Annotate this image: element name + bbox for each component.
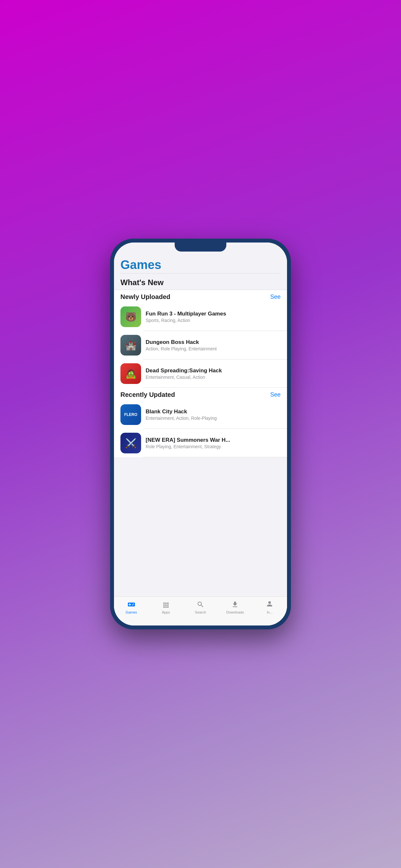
search-tab-label: Search — [195, 610, 206, 614]
recently-updated-title: Recently Updated — [120, 391, 175, 399]
newly-uploaded-title: Newly Uploaded — [120, 293, 170, 301]
page-title: Games — [120, 258, 281, 272]
info-icon — [265, 600, 274, 609]
tab-downloads[interactable]: Downloads — [218, 600, 252, 614]
newly-uploaded-see[interactable]: See — [270, 293, 281, 300]
newly-uploaded-list: 🐻 Fun Run 3 - Multiplayer Games Sports, … — [114, 303, 287, 388]
phone-frame: Games What's New Newly Uploaded See 🐻 — [110, 239, 291, 629]
page-header: Games — [114, 255, 287, 273]
downloads-tab-label: Downloads — [226, 610, 244, 614]
app-info: Blank City Hack Entertainment, Action, R… — [146, 408, 281, 421]
app-info: Fun Run 3 - Multiplayer Games Sports, Ra… — [146, 311, 281, 323]
screen-content: Games What's New Newly Uploaded See 🐻 — [114, 255, 287, 625]
downloads-icon — [230, 600, 240, 609]
list-item[interactable]: 🏰 Dungeon Boss Hack Action, Role Playing… — [114, 331, 287, 360]
tab-search[interactable]: Search — [183, 600, 218, 614]
app-name: Dead Spreading:Saving Hack — [146, 368, 281, 374]
app-categories: Entertainment, Action, Role-Playing — [146, 415, 281, 421]
app-info: [NEW ERA] Summoners War H... Role Playin… — [146, 437, 281, 449]
whats-new-title: What's New — [120, 278, 281, 287]
app-name: [NEW ERA] Summoners War H... — [146, 437, 281, 443]
app-info: Dungeon Boss Hack Action, Role Playing, … — [146, 339, 281, 351]
recently-updated-header: Recently Updated See — [114, 388, 287, 400]
games-tab-label: Games — [126, 610, 137, 614]
list-item[interactable]: 🧟 Dead Spreading:Saving Hack Entertainme… — [114, 360, 287, 388]
app-name: Fun Run 3 - Multiplayer Games — [146, 311, 281, 317]
recently-updated-list: FLERO Blank City Hack Entertainment, Act… — [114, 400, 287, 457]
tab-games[interactable]: Games — [114, 600, 149, 614]
whats-new-section: What's New — [114, 274, 287, 290]
app-icon-dungeon: 🏰 — [120, 335, 141, 355]
app-icon-funrun: 🐻 — [120, 306, 141, 327]
notch-area — [114, 243, 287, 255]
app-icon-dead: 🧟 — [120, 363, 141, 384]
app-icon-blank: FLERO — [120, 404, 141, 425]
tab-info[interactable]: In... — [252, 600, 287, 614]
phone-screen: Games What's New Newly Uploaded See 🐻 — [114, 243, 287, 625]
app-name: Blank City Hack — [146, 408, 281, 415]
app-name: Dungeon Boss Hack — [146, 339, 281, 345]
app-info: Dead Spreading:Saving Hack Entertainment… — [146, 368, 281, 380]
list-item[interactable]: 🐻 Fun Run 3 - Multiplayer Games Sports, … — [114, 303, 287, 331]
tab-bar: Games Apps Searc — [114, 596, 287, 625]
app-categories: Sports, Racing, Action — [146, 318, 281, 323]
tab-apps[interactable]: Apps — [149, 600, 183, 614]
app-categories: Action, Role Playing, Entertainment — [146, 346, 281, 351]
search-icon — [196, 600, 205, 609]
list-item[interactable]: FLERO Blank City Hack Entertainment, Act… — [114, 400, 287, 429]
info-tab-label: In... — [267, 610, 273, 614]
app-icon-summoners: ⚔️ — [120, 433, 141, 454]
apps-icon — [161, 600, 171, 609]
app-categories: Role Playing, Entertainment, Strategy — [146, 444, 281, 449]
games-icon — [127, 600, 136, 609]
apps-tab-label: Apps — [162, 610, 170, 614]
recently-updated-see[interactable]: See — [270, 392, 281, 398]
list-item[interactable]: ⚔️ [NEW ERA] Summoners War H... Role Pla… — [114, 429, 287, 457]
spacer — [114, 457, 287, 596]
newly-uploaded-header: Newly Uploaded See — [114, 290, 287, 303]
app-categories: Entertainment, Casual, Action — [146, 375, 281, 380]
notch — [175, 243, 226, 252]
